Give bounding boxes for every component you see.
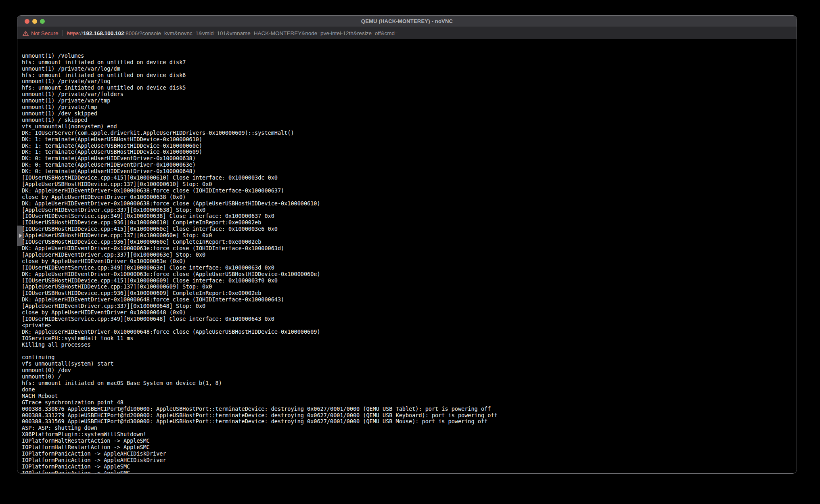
console-line: 000388.330876 AppleUSBEHCIPort@fd100000:… (22, 406, 797, 412)
console-line: unmount(1) /Volumes (22, 53, 797, 59)
console-line: unmount(0) / (22, 374, 797, 380)
window-title: QEMU (HACK-MONTEREY) - noVNC (361, 18, 453, 24)
console-line: DK: AppleUserHIDEventDriver-0x10000063e:… (22, 245, 797, 252)
console-line: MACH Reboot (22, 393, 797, 399)
console-line: unmount(1) /dev skipped (22, 111, 797, 117)
title-bar: QEMU (HACK-MONTEREY) - noVNC (17, 16, 797, 27)
url-field[interactable]: https://192.168.100.102:8006/?console=kv… (67, 30, 398, 36)
console-line: [IOUserHIDEventService.cpp:349][0x100000… (22, 316, 797, 322)
console-line: [IOUserUSBHostHIDDevice.cpp:415][0x10000… (22, 226, 797, 232)
chevron-right-icon (19, 234, 22, 238)
console-line: IOPlatformHaltRestartAction -> AppleSMC (22, 444, 797, 451)
console-line: unmount(1) /private/var/log/dm (22, 66, 797, 72)
console-line: unmount(1) /private/var/folders (22, 91, 797, 98)
minimize-window-button[interactable] (32, 19, 37, 24)
console-line: [AppleUserHIDEventDriver.cpp:337][0x1000… (22, 303, 797, 310)
console-line: hfs: unmount initiated on untitled on de… (22, 85, 797, 91)
console-line: IOPlatformPanicAction -> AppleSMC (22, 470, 797, 473)
console-line: close by AppleUserHIDEventDriver 0x10000… (22, 194, 797, 201)
console-line: close by AppleUserHIDEventDriver 0x10000… (22, 310, 797, 316)
console-line: unmount(1) /private/var/log (22, 78, 797, 85)
console-line: continuing (22, 354, 797, 361)
console-line: unmount(1) /private/tmp (22, 104, 797, 111)
console-line: [IOUserHIDEventService.cpp:349][0x100000… (22, 213, 797, 220)
console-line: 000388.331279 AppleUSBEHCIPort@fd200000:… (22, 412, 797, 419)
console-line: 000388.331569 AppleUSBEHCIPort@fd300000:… (22, 418, 797, 425)
console-line: DK: IOUserServer(com.apple.driverkit.App… (22, 130, 797, 136)
zoom-window-button[interactable] (40, 19, 45, 24)
console-line: DK: 1: terminate(AppleUserUSBHostHIDDevi… (22, 149, 797, 155)
console-line: DK: AppleUserHIDEventDriver-0x100000648:… (22, 329, 797, 335)
console-line: [IOUserUSBHostHIDDevice.cpp:936][0x10000… (22, 239, 797, 245)
console-line: [AppleUserHIDEventDriver.cpp:337][0x1000… (22, 207, 797, 213)
url-query: :8006/?console=kvm&novnc=1&vmid=101&vmna… (124, 30, 397, 36)
address-bar[interactable]: Not Secure https://192.168.100.102:8006/… (17, 27, 797, 39)
console-line: IOServicePH::systemHalt took 11 ms (22, 335, 797, 342)
console-line: [IOUserUSBHostHIDDevice.cpp:415][0x10000… (22, 278, 797, 284)
console-line: close by AppleUserHIDEventDriver 0x10000… (22, 258, 797, 265)
console-line: [AppleUserUSBHostHIDDevice.cpp:137][0x10… (22, 284, 797, 290)
traffic-lights (25, 16, 45, 27)
console-line: unmount(1) / skipped (22, 117, 797, 123)
console-output: unmount(1) /Volumeshfs: unmount initiate… (22, 53, 797, 473)
console-line: [IOUserHIDEventService.cpp:349][0x100000… (22, 265, 797, 271)
console-line: <private> (22, 322, 797, 329)
console-line: DK: AppleUserHIDEventDriver-0x10000063e:… (22, 271, 797, 278)
console-line: hfs: unmount initiated on untitled on de… (22, 59, 797, 66)
url-scheme: https (67, 30, 79, 36)
console-line: [IOUserUSBHostHIDDevice.cpp:936][0x10000… (22, 220, 797, 226)
console-line: DK: 1: terminate(AppleUserUSBHostHIDDevi… (22, 136, 797, 143)
console-line (22, 348, 797, 355)
warning-triangle-icon (23, 31, 29, 36)
console-line: GTrace synchronization point 48 (22, 399, 797, 406)
vnc-console-canvas[interactable]: unmount(1) /Volumeshfs: unmount initiate… (17, 39, 797, 473)
console-line: hfs: unmount initiated on macOS Base Sys… (22, 380, 797, 387)
console-line: DK: AppleUserHIDEventDriver-0x100000648:… (22, 297, 797, 303)
console-line: ASP: ASP: shutting down (22, 425, 797, 431)
console-line: [IOUserUSBHostHIDDevice.cpp:936][0x10000… (22, 290, 797, 297)
console-line: X86PlatformPlugin::systemWillShutdown! (22, 431, 797, 438)
not-secure-label[interactable]: Not Secure (31, 30, 59, 36)
console-line: DK: AppleUserHIDEventDriver-0x100000638:… (22, 201, 797, 207)
console-line: done (22, 387, 797, 393)
console-line: [IOUserUSBHostHIDDevice.cpp:415][0x10000… (22, 175, 797, 181)
browser-window: QEMU (HACK-MONTEREY) - noVNC Not Secure … (17, 15, 797, 474)
close-window-button[interactable] (25, 19, 29, 24)
console-line: DK: 0: terminate(AppleUserHIDEventDriver… (22, 155, 797, 162)
novnc-control-bar-handle[interactable] (17, 226, 23, 246)
console-line: Killing all processes (22, 342, 797, 348)
console-line: vfs_unmountall(nonsystem) end (22, 123, 797, 130)
console-line: [AppleUserUSBHostHIDDevice.cpp:137][0x10… (22, 181, 797, 188)
address-bar-divider (63, 30, 63, 36)
console-line: unmount(1) /private/var/tmp (22, 98, 797, 104)
console-line: hfs: unmount initiated on untitled on de… (22, 72, 797, 79)
console-line: IOPlatformPanicAction -> AppleSMC (22, 464, 797, 470)
console-line: DK: 0: terminate(AppleUserHIDEventDriver… (22, 162, 797, 168)
url-separator: :// (79, 30, 83, 36)
console-line: DK: 0: terminate(AppleUserHIDEventDriver… (22, 168, 797, 175)
console-line: [AppleUserUSBHostHIDDevice.cpp:137][0x10… (22, 232, 797, 239)
url-host: 192.168.100.102 (83, 30, 124, 36)
console-line: unmount(0) /dev (22, 367, 797, 374)
console-line: IOPlatformHaltRestartAction -> AppleSMC (22, 438, 797, 444)
console-line: [AppleUserHIDEventDriver.cpp:337][0x1000… (22, 252, 797, 258)
console-line: DK: 1: terminate(AppleUserUSBHostHIDDevi… (22, 143, 797, 149)
console-line: IOPlatformPanicAction -> AppleAHCIDiskDr… (22, 451, 797, 457)
console-line: DK: AppleUserHIDEventDriver-0x100000638:… (22, 188, 797, 194)
console-line: vfs_unmountall(system) start (22, 361, 797, 367)
console-line: IOPlatformPanicAction -> AppleAHCIDiskDr… (22, 457, 797, 464)
